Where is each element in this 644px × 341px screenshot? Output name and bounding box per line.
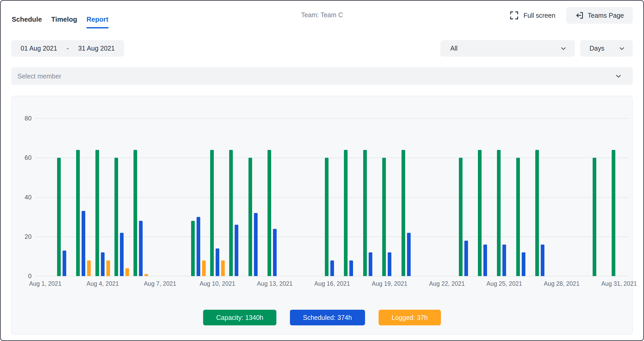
scheduled-bar: [502, 245, 506, 276]
chevron-down-icon: [618, 45, 625, 52]
capacity-bar: [402, 150, 405, 276]
date-separator: -: [66, 45, 69, 52]
tab-timelog[interactable]: Timelog: [51, 15, 77, 28]
day-slot-aug-22: [438, 118, 457, 276]
capacity-bar: [478, 150, 482, 276]
x-axis-tick-label: Aug 13, 2021: [257, 280, 293, 287]
chevron-down-icon: [560, 45, 567, 52]
scheduled-bar: [216, 248, 219, 276]
date-to: 31 Aug 2021: [78, 45, 115, 52]
exit-icon: [575, 11, 584, 20]
capacity-bar: [210, 150, 214, 276]
team-report-page: Schedule Timelog Report Team: Team C Ful…: [0, 0, 644, 341]
day-slot-aug-14: [284, 118, 303, 276]
filter-dropdown-all[interactable]: All: [440, 40, 575, 57]
logged-bar: [221, 260, 225, 276]
scheduled-bar: [522, 252, 525, 276]
x-axis-tick-label: Aug 22, 2021: [429, 280, 465, 287]
scheduled-bar: [369, 252, 372, 276]
fullscreen-label: Full screen: [524, 12, 555, 19]
teams-page-button[interactable]: Teams Page: [566, 7, 633, 24]
capacity-bar: [57, 158, 61, 276]
scheduled-bar: [120, 233, 124, 276]
capacity-bar: [516, 158, 520, 276]
plot-area: [36, 118, 629, 276]
x-axis-tick-label: Aug 25, 2021: [487, 280, 522, 287]
day-slot-aug-24: [476, 118, 495, 276]
capacity-bar: [268, 150, 271, 276]
scheduled-bar: [197, 217, 200, 276]
day-slot-aug-30: [590, 118, 609, 276]
select-member-placeholder: Select member: [17, 72, 61, 80]
granularity-value: Days: [590, 45, 604, 52]
scheduled-bar: [541, 245, 544, 276]
capacity-bar: [114, 158, 118, 276]
day-slot-aug-19: [380, 118, 399, 276]
y-axis: 020406080: [12, 118, 32, 276]
x-axis-tick-label: Aug 19, 2021: [372, 280, 408, 287]
day-slot-aug-4: [93, 118, 112, 276]
day-slot-aug-13: [265, 118, 284, 276]
scheduled-bar: [63, 251, 66, 276]
tab-bar: Schedule Timelog Report: [12, 15, 108, 28]
day-slot-aug-6: [131, 118, 150, 276]
y-axis-tick-label: 60: [25, 154, 32, 161]
day-slot-aug-27: [533, 118, 552, 276]
scheduled-bar: [254, 213, 258, 276]
fullscreen-button[interactable]: Full screen: [509, 11, 555, 20]
granularity-dropdown[interactable]: Days: [580, 40, 633, 57]
top-bar: Schedule Timelog Report Team: Team C Ful…: [11, 1, 633, 33]
capacity-bar: [325, 158, 329, 276]
scheduled-bar: [139, 221, 143, 276]
y-axis-tick-label: 40: [25, 194, 32, 201]
capacity-bar: [344, 150, 348, 276]
x-axis-tick-label: Aug 4, 2021: [87, 280, 119, 287]
day-slot-aug-25: [495, 118, 514, 276]
legend-scheduled[interactable]: Scheduled: 374h: [290, 310, 365, 325]
day-slot-aug-23: [457, 118, 476, 276]
day-slot-aug-20: [399, 118, 418, 276]
x-axis-tick-label: Aug 1, 2021: [29, 280, 62, 287]
day-slot-aug-29: [571, 118, 590, 276]
scheduled-bar: [464, 241, 468, 276]
day-slot-aug-11: [227, 118, 246, 276]
capacity-bar: [229, 150, 233, 276]
capacity-bar: [363, 150, 367, 276]
day-slot-aug-7: [150, 118, 169, 276]
y-axis-tick-label: 80: [25, 115, 32, 122]
y-axis-tick-label: 0: [28, 272, 32, 280]
top-bar-actions: Full screen Teams Page: [509, 7, 633, 24]
bars-container: [36, 118, 629, 276]
x-axis-tick-label: Aug 16, 2021: [314, 280, 350, 287]
day-slot-aug-2: [55, 118, 74, 276]
capacity-bar: [133, 150, 137, 276]
member-row: Select member: [11, 67, 633, 85]
day-slot-aug-8: [170, 118, 189, 276]
date-from: 01 Aug 2021: [21, 45, 57, 52]
day-slot-aug-12: [246, 118, 265, 276]
capacity-bar: [248, 158, 252, 276]
x-axis-tick-label: Aug 7, 2021: [144, 280, 176, 287]
day-slot-aug-15: [303, 118, 323, 276]
legend-logged[interactable]: Logged: 37h: [379, 310, 441, 325]
date-range-picker[interactable]: 01 Aug 2021 - 31 Aug 2021: [11, 40, 124, 57]
chevron-down-icon: [615, 72, 622, 80]
capacity-bar: [191, 221, 195, 276]
tab-report[interactable]: Report: [87, 15, 108, 28]
day-slot-aug-16: [323, 118, 342, 276]
tab-schedule[interactable]: Schedule: [12, 15, 42, 28]
capacity-bar: [459, 158, 463, 276]
filter-dropdown-all-value: All: [450, 45, 458, 52]
scheduled-bar: [388, 252, 391, 276]
logged-bar: [87, 260, 91, 276]
logged-bar: [106, 260, 110, 276]
fullscreen-icon: [509, 11, 519, 20]
day-slot-aug-3: [74, 118, 93, 276]
day-slot-aug-17: [342, 118, 361, 276]
teams-page-label: Teams Page: [588, 12, 624, 19]
legend-capacity[interactable]: Capacity: 1340h: [203, 310, 276, 325]
day-slot-aug-28: [552, 118, 571, 276]
select-member-dropdown[interactable]: Select member: [11, 67, 633, 85]
scheduled-bar: [349, 260, 353, 276]
capacity-bar: [382, 158, 386, 276]
